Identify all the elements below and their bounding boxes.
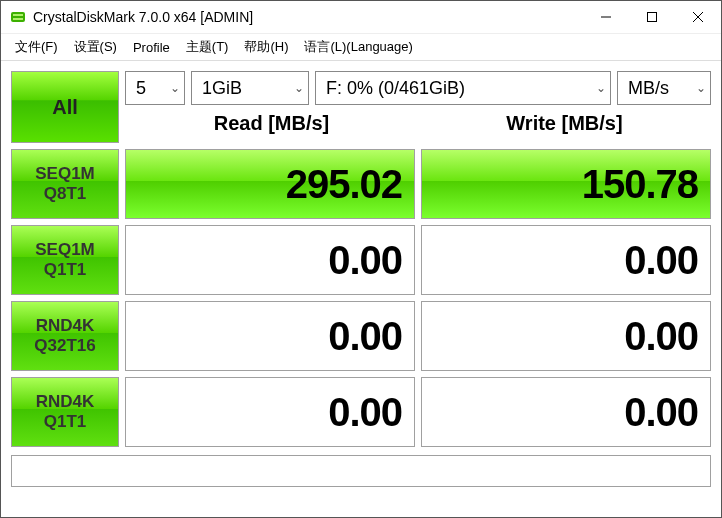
top-controls-row: All 5 ⌄ 1GiB ⌄ F: 0% (0/461GiB) ⌄: [11, 71, 711, 143]
test-label-line2: Q1T1: [44, 260, 87, 280]
title-bar: CrystalDiskMark 7.0.0 x64 [ADMIN]: [1, 1, 721, 34]
test-label-line2: Q8T1: [44, 184, 87, 204]
test-label-line1: RND4K: [36, 316, 95, 336]
test-button-rnd4k-q32t16[interactable]: RND4KQ32T16: [11, 301, 119, 371]
menu-language[interactable]: 语言(L)(Language): [296, 36, 420, 58]
menu-profile[interactable]: Profile: [125, 38, 178, 57]
size-select[interactable]: 1GiB ⌄: [191, 71, 309, 105]
svg-rect-1: [13, 14, 23, 16]
menu-file[interactable]: 文件(F): [7, 36, 66, 58]
loops-select[interactable]: 5 ⌄: [125, 71, 185, 105]
write-value-cell: 0.00: [421, 377, 711, 447]
content-area: All 5 ⌄ 1GiB ⌄ F: 0% (0/461GiB) ⌄: [1, 61, 721, 517]
write-value-cell: 0.00: [421, 225, 711, 295]
test-label-line2: Q1T1: [44, 412, 87, 432]
test-label-line1: SEQ1M: [35, 240, 95, 260]
app-icon: [9, 8, 27, 26]
unit-select[interactable]: MB/s ⌄: [617, 71, 711, 105]
test-label-line2: Q32T16: [34, 336, 95, 356]
header-write: Write [MB/s]: [418, 112, 711, 135]
drive-value: F: 0% (0/461GiB): [326, 78, 465, 99]
svg-rect-2: [13, 18, 23, 20]
test-button-seq1m-q1t1[interactable]: SEQ1MQ1T1: [11, 225, 119, 295]
svg-rect-0: [11, 12, 25, 22]
test-button-rnd4k-q1t1[interactable]: RND4KQ1T1: [11, 377, 119, 447]
read-value-cell: 0.00: [125, 377, 415, 447]
read-value-cell: 0.00: [125, 301, 415, 371]
menu-help[interactable]: 帮助(H): [236, 36, 296, 58]
test-label-line1: RND4K: [36, 392, 95, 412]
svg-rect-4: [648, 13, 657, 22]
close-button[interactable]: [675, 1, 721, 33]
drive-select[interactable]: F: 0% (0/461GiB) ⌄: [315, 71, 611, 105]
read-value-cell: 295.02: [125, 149, 415, 219]
column-headers: Read [MB/s] Write [MB/s]: [125, 107, 711, 139]
dropdown-group: 5 ⌄ 1GiB ⌄ F: 0% (0/461GiB) ⌄ MB/s ⌄: [125, 71, 711, 143]
write-value-cell: 0.00: [421, 301, 711, 371]
menu-theme[interactable]: 主题(T): [178, 36, 237, 58]
result-row: RND4KQ1T10.000.00: [11, 377, 711, 447]
test-button-seq1m-q8t1[interactable]: SEQ1MQ8T1: [11, 149, 119, 219]
menu-bar: 文件(F) 设置(S) Profile 主题(T) 帮助(H) 语言(L)(La…: [1, 34, 721, 61]
write-value-cell: 150.78: [421, 149, 711, 219]
chevron-down-icon: ⌄: [170, 81, 180, 95]
window-title: CrystalDiskMark 7.0.0 x64 [ADMIN]: [33, 9, 583, 25]
all-button[interactable]: All: [11, 71, 119, 143]
status-bar: [11, 455, 711, 487]
size-value: 1GiB: [202, 78, 242, 99]
all-button-label: All: [52, 96, 78, 119]
menu-settings[interactable]: 设置(S): [66, 36, 125, 58]
read-value-cell: 0.00: [125, 225, 415, 295]
maximize-button[interactable]: [629, 1, 675, 33]
chevron-down-icon: ⌄: [294, 81, 304, 95]
chevron-down-icon: ⌄: [596, 81, 606, 95]
minimize-button[interactable]: [583, 1, 629, 33]
result-row: RND4KQ32T160.000.00: [11, 301, 711, 371]
result-row: SEQ1MQ8T1295.02150.78: [11, 149, 711, 219]
unit-value: MB/s: [628, 78, 669, 99]
results-rows: SEQ1MQ8T1295.02150.78SEQ1MQ1T10.000.00RN…: [11, 149, 711, 447]
loops-value: 5: [136, 78, 146, 99]
result-row: SEQ1MQ1T10.000.00: [11, 225, 711, 295]
header-read: Read [MB/s]: [125, 112, 418, 135]
chevron-down-icon: ⌄: [696, 81, 706, 95]
test-label-line1: SEQ1M: [35, 164, 95, 184]
app-window: CrystalDiskMark 7.0.0 x64 [ADMIN] 文件(F) …: [0, 0, 722, 518]
